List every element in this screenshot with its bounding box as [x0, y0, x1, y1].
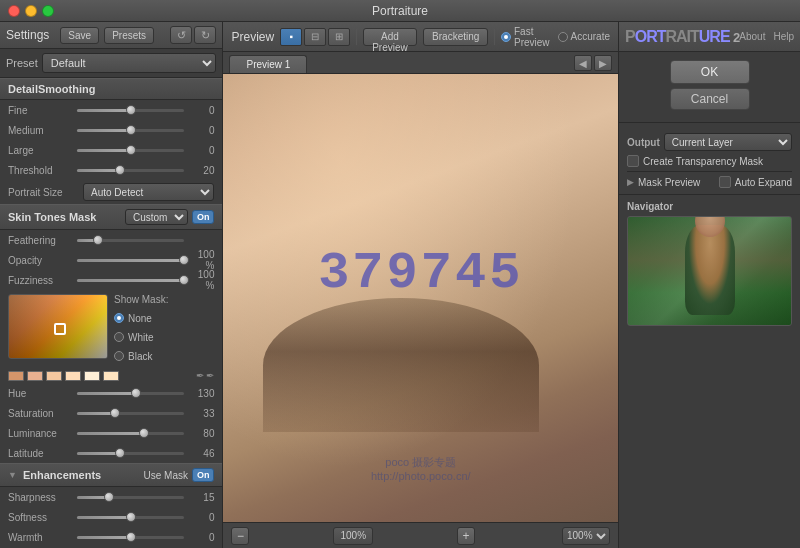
mask-white-row[interactable]: White [114, 329, 214, 345]
left-scroll: DetailSmoothing Fine 0 Medium 0 Large [0, 78, 222, 548]
saturation-track [77, 412, 184, 415]
softness-label: Softness [8, 512, 73, 523]
view-mode-group: ▪ ⊟ ⊞ [280, 28, 350, 46]
large-thumb[interactable] [126, 145, 136, 155]
warmth-label: Warmth [8, 532, 73, 543]
luminance-thumb[interactable] [139, 428, 149, 438]
enhancements-title: Enhancements [23, 469, 140, 481]
large-value: 0 [188, 145, 214, 156]
luminance-slider-row: Luminance 80 [0, 423, 222, 443]
create-transparency-label: Create Transparency Mask [643, 156, 763, 167]
cancel-button[interactable]: Cancel [670, 88, 750, 110]
softness-slider-row: Softness 0 [0, 507, 222, 527]
auto-expand-checkbox[interactable] [719, 176, 731, 188]
single-view-button[interactable]: ▪ [280, 28, 302, 46]
fast-preview-option[interactable]: Fast Preview [501, 26, 550, 48]
preset-label: Preset [6, 57, 38, 69]
hue-label: Hue [8, 388, 73, 399]
zoom-in-button[interactable]: + [457, 527, 475, 545]
hue-thumb[interactable] [131, 388, 141, 398]
medium-track [77, 129, 184, 132]
mask-white-radio[interactable] [114, 332, 124, 342]
warmth-thumb[interactable] [126, 532, 136, 542]
maximize-button[interactable] [42, 5, 54, 17]
threshold-thumb[interactable] [115, 165, 125, 175]
preview-tab-1[interactable]: Preview 1 [229, 55, 307, 73]
preset-select[interactable]: Default [42, 53, 217, 73]
hue-slider-row: Hue 130 [0, 383, 222, 403]
fine-label: Fine [8, 105, 73, 116]
opacity-label: Opacity [8, 255, 73, 266]
mask-black-row[interactable]: Black [114, 348, 214, 364]
tab-prev-button[interactable]: ◀ [574, 55, 592, 71]
skin-tones-toggle[interactable]: On [192, 210, 215, 224]
right-buttons: OK Cancel [619, 52, 800, 118]
create-transparency-checkbox[interactable] [627, 155, 639, 167]
bracketing-button[interactable]: Bracketing [423, 28, 488, 46]
mask-preview-arrow: ▶ [627, 177, 634, 187]
fuzziness-thumb[interactable] [179, 275, 189, 285]
navigator-thumbnail[interactable] [627, 216, 792, 326]
saturation-label: Saturation [8, 408, 73, 419]
swatch-1[interactable] [8, 371, 24, 381]
portrait-size-select[interactable]: Auto Detect [83, 183, 214, 201]
minimize-button[interactable] [25, 5, 37, 17]
warmth-slider-row: Warmth 0 [0, 527, 222, 547]
right-links: About Help [739, 31, 794, 42]
swatch-6[interactable] [103, 371, 119, 381]
enhancements-arrow: ▼ [8, 470, 17, 480]
toolbar-icons: ↺ ↻ [170, 26, 216, 44]
softness-thumb[interactable] [126, 512, 136, 522]
tab-next-button[interactable]: ▶ [594, 55, 612, 71]
zoom-out-button[interactable]: − [231, 527, 249, 545]
add-preview-button[interactable]: Add Preview [363, 28, 417, 46]
titlebar: Portraiture [0, 0, 800, 22]
output-section: Output Current Layer Create Transparency… [619, 127, 800, 194]
luminance-fill [77, 432, 144, 435]
large-track [77, 149, 184, 152]
redo-button[interactable]: ↻ [194, 26, 216, 44]
accurate-option[interactable]: Accurate [558, 31, 610, 42]
medium-thumb[interactable] [126, 125, 136, 135]
undo-button[interactable]: ↺ [170, 26, 192, 44]
ok-button[interactable]: OK [670, 60, 750, 84]
fast-preview-radio[interactable] [501, 32, 511, 42]
accurate-radio[interactable] [558, 32, 568, 42]
help-link[interactable]: Help [773, 31, 794, 42]
enhancements-toggle[interactable]: On [192, 468, 215, 482]
mask-black-radio[interactable] [114, 351, 124, 361]
opacity-thumb[interactable] [179, 255, 189, 265]
navigator-section: Navigator [619, 194, 800, 332]
left-panel: Settings Save Presets ↺ ↻ Preset Default… [0, 22, 223, 548]
latitude-thumb[interactable] [115, 448, 125, 458]
save-button[interactable]: Save [60, 27, 99, 44]
hue-value: 130 [188, 388, 214, 399]
color-gradient-box[interactable] [8, 294, 108, 359]
close-button[interactable] [8, 5, 20, 17]
medium-label: Medium [8, 125, 73, 136]
feathering-thumb[interactable] [93, 235, 103, 245]
opacity-fill [77, 259, 184, 262]
mask-preview-row[interactable]: ▶ Mask Preview Auto Expand [627, 176, 792, 188]
sharpness-thumb[interactable] [104, 492, 114, 502]
zoom-select[interactable]: 100% [562, 527, 610, 545]
portrait-size-row: Portrait Size Auto Detect [0, 180, 222, 204]
fine-thumb[interactable] [126, 105, 136, 115]
swatch-5[interactable] [84, 371, 100, 381]
mask-none-row[interactable]: None [114, 310, 214, 326]
split-v-view-button[interactable]: ⊞ [328, 28, 350, 46]
hue-track [77, 392, 184, 395]
swatch-4[interactable] [65, 371, 81, 381]
preset-row: Preset Default [0, 49, 222, 78]
split-h-view-button[interactable]: ⊟ [304, 28, 326, 46]
eyedropper-icon[interactable]: ✒ ✒ [196, 370, 215, 381]
presets-button[interactable]: Presets [104, 27, 154, 44]
swatch-3[interactable] [46, 371, 62, 381]
about-link[interactable]: About [739, 31, 765, 42]
auto-expand-label: Auto Expand [735, 177, 792, 188]
saturation-thumb[interactable] [110, 408, 120, 418]
output-select[interactable]: Current Layer [664, 133, 792, 151]
swatch-2[interactable] [27, 371, 43, 381]
mask-none-radio[interactable] [114, 313, 124, 323]
skin-tones-preset-select[interactable]: Custom [125, 209, 188, 225]
